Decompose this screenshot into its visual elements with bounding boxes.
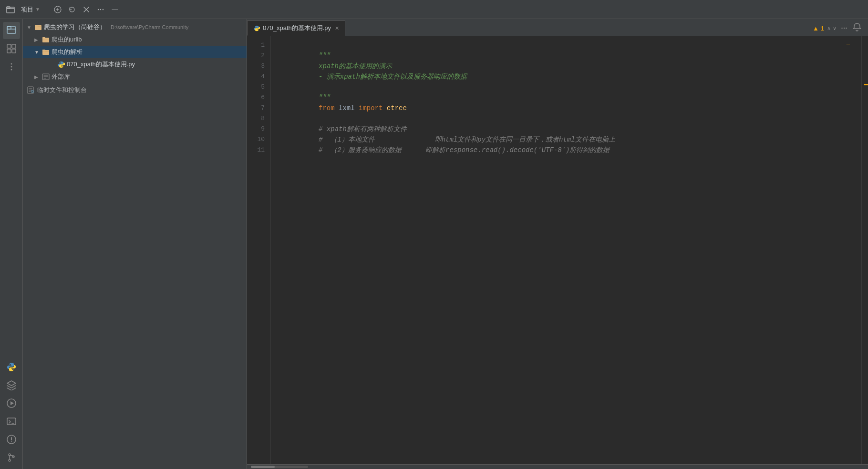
root-chevron: ▼ [27, 25, 32, 30]
code-line-1: """ [279, 40, 861, 51]
svg-marker-16 [10, 401, 14, 405]
editor-scrollbar[interactable] [861, 36, 868, 464]
svg-point-33 [841, 28, 842, 29]
tab-bar: 070_xpath的基本使用.py ✕ ▲ 1 ∧ ∨ [247, 19, 868, 36]
editor-tab[interactable]: 070_xpath的基本使用.py ✕ [247, 20, 345, 36]
code-content[interactable]: """ xpath的基本使用的演示 - 演示xpath解析本地文件以及服务器响应… [271, 36, 861, 464]
hscroll-track[interactable] [251, 466, 308, 468]
sidebar-item-python[interactable] [3, 358, 20, 376]
scratch-label: 临时文件和控制台 [37, 86, 87, 94]
file-tree-panel: ▼ 爬虫的学习（尚硅谷） D:\software\PyCharm Communi… [23, 19, 247, 469]
tree-item-urlib[interactable]: ▶ 爬虫的urlib [23, 33, 247, 46]
svg-rect-28 [42, 50, 45, 51]
project-icon[interactable] [4, 3, 17, 16]
code-line-2: xpath的基本使用的演示 [279, 51, 861, 61]
jiexi-folder-icon [42, 48, 50, 56]
svg-point-12 [10, 63, 12, 65]
close-tree-btn[interactable] [80, 3, 93, 16]
code-line-8: # xpath解析有两种解析文件 [279, 113, 861, 124]
titlebar-actions: — [52, 3, 121, 16]
tab-python-icon [253, 25, 260, 31]
bell-icon[interactable] [852, 22, 862, 34]
jiexi-folder-label: 爬虫的解析 [52, 48, 83, 56]
svg-rect-17 [7, 418, 16, 425]
project-title[interactable]: 项目 ▼ [21, 5, 40, 14]
main-layout: ▼ 爬虫的学习（尚硅谷） D:\software\PyCharm Communi… [0, 19, 868, 469]
python-file-label: 070_xpath的基本使用.py [67, 60, 135, 69]
svg-point-35 [846, 28, 847, 29]
sidebar-item-bookmarks[interactable] [3, 40, 20, 57]
add-btn[interactable] [52, 3, 64, 16]
line-num-9: 9 [247, 124, 270, 134]
urlib-folder-label: 爬虫的urlib [52, 35, 82, 44]
icon-sidebar [0, 19, 23, 469]
chevron-down-icon: ▼ [35, 7, 40, 12]
svg-text:≡: ≡ [32, 91, 33, 93]
warning-count: 1 [821, 25, 824, 32]
urlib-chevron: ▶ [34, 37, 40, 42]
svg-rect-8 [7, 44, 11, 48]
minimize-btn[interactable]: — [109, 3, 121, 16]
svg-rect-26 [42, 37, 45, 39]
root-folder-icon [34, 23, 42, 31]
refresh-btn[interactable] [66, 3, 78, 16]
code-line-6: from lxml import etree [279, 92, 861, 103]
line-num-11: 11 [247, 145, 270, 155]
editor-hscrollbar[interactable] [247, 464, 868, 469]
more-btn[interactable] [94, 3, 107, 16]
warning-icon: ▲ [813, 25, 819, 32]
sidebar-item-project[interactable] [3, 22, 20, 39]
svg-rect-9 [12, 44, 16, 48]
warning-indicator[interactable]: ▲ 1 ∧ ∨ [813, 25, 837, 32]
svg-point-34 [844, 28, 845, 29]
svg-point-19 [11, 441, 12, 442]
line-num-7: 7 [247, 103, 270, 113]
tree-item-python-file[interactable]: ▶ 070_xpath的基本使用.py [23, 58, 247, 71]
sidebar-item-git[interactable] [3, 449, 20, 466]
tab-close-btn[interactable]: ✕ [335, 25, 339, 31]
line-num-6: 6 [247, 92, 270, 103]
svg-point-13 [10, 66, 12, 68]
svg-point-5 [103, 9, 103, 10]
svg-rect-1 [7, 7, 10, 9]
project-label: 项目 [21, 5, 33, 14]
tree-item-jiexi[interactable]: ▼ 爬虫的解析 [23, 46, 247, 58]
warning-down-arrow[interactable]: ∨ [833, 25, 837, 31]
svg-point-14 [10, 69, 12, 71]
sidebar-item-more[interactable] [3, 58, 20, 75]
external-chevron: ▶ [34, 74, 40, 80]
svg-point-4 [100, 9, 101, 10]
external-lib-icon [42, 73, 50, 81]
code-line-5: """ [279, 82, 861, 92]
line-num-1: 1 [247, 40, 270, 51]
line-num-4: 4 [247, 71, 270, 82]
scrollbar-warning-mark [864, 84, 868, 85]
root-folder-label: 爬虫的学习（尚硅谷） [44, 23, 106, 31]
urlib-folder-icon [42, 36, 50, 43]
code-editor[interactable]: 1 2 3 4 5 6 7 8 9 10 11 """ xpath的基本使用的演 [247, 36, 868, 464]
titlebar: 项目 ▼ [0, 0, 868, 19]
sidebar-item-terminal[interactable] [3, 413, 20, 430]
more-tab-options[interactable] [840, 24, 848, 32]
python-file-icon [57, 61, 65, 68]
titlebar-left: 项目 ▼ [4, 3, 121, 16]
editor-area: 070_xpath的基本使用.py ✕ ▲ 1 ∧ ∨ [247, 19, 868, 469]
svg-rect-0 [7, 7, 14, 13]
line-numbers: 1 2 3 4 5 6 7 8 9 10 11 [247, 36, 271, 464]
sidebar-item-layers[interactable] [3, 377, 20, 394]
line-num-8: 8 [247, 113, 270, 124]
line-num-5: 5 [247, 82, 270, 92]
tab-right-actions: ▲ 1 ∧ ∨ [813, 20, 868, 36]
scratch-files[interactable]: ≡ 临时文件和控制台 [23, 83, 247, 97]
hscroll-thumb[interactable] [251, 466, 275, 468]
tree-item-external[interactable]: ▶ 外部库 [23, 71, 247, 83]
external-label: 外部库 [52, 72, 70, 81]
warning-up-arrow[interactable]: ∧ [827, 25, 831, 31]
svg-rect-10 [7, 49, 11, 53]
tree-root[interactable]: ▼ 爬虫的学习（尚硅谷） D:\software\PyCharm Communi… [23, 21, 247, 33]
root-folder-path: D:\software\PyCharm Community [111, 24, 188, 30]
svg-rect-24 [35, 25, 38, 27]
sidebar-item-run[interactable] [3, 395, 20, 412]
sidebar-item-problems[interactable] [3, 431, 20, 448]
line-num-3: 3 [247, 61, 270, 71]
